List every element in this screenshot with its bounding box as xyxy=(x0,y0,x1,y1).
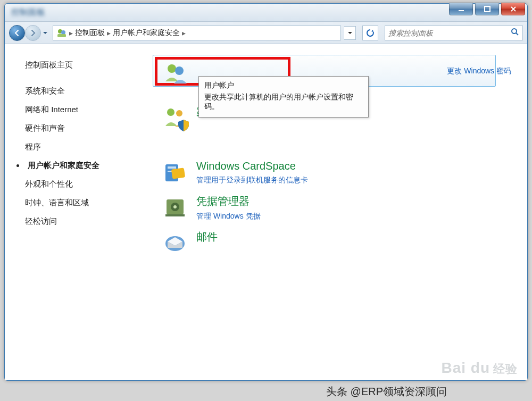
window-controls xyxy=(449,3,525,15)
svg-point-10 xyxy=(176,110,182,116)
watermark-zh: 经验 xyxy=(493,362,518,375)
sidebar-item-ease-of-access[interactable]: 轻松访问 xyxy=(25,212,135,231)
minimize-button[interactable] xyxy=(449,3,473,15)
forward-button[interactable] xyxy=(25,25,41,41)
close-button[interactable] xyxy=(501,3,525,15)
nav-history-dropdown[interactable] xyxy=(41,28,49,38)
category-cardspace[interactable]: Windows CardSpace 管理用于登录到联机服务的信息卡 xyxy=(153,156,517,190)
cardspace-icon xyxy=(162,160,188,186)
svg-rect-12 xyxy=(168,166,176,169)
sidebar-item-programs[interactable]: 程序 xyxy=(25,138,135,156)
category-mail-title[interactable]: 邮件 xyxy=(196,230,218,244)
breadcrumb-bar[interactable]: ▸ 控制面板 ▸ 用户帐户和家庭安全 ▸ xyxy=(53,26,341,40)
breadcrumb-sep: ▸ xyxy=(69,29,73,37)
content-area: 控制面板主页 系统和安全 网络和 Internet 硬件和声音 程序 用户帐户和… xyxy=(5,44,527,380)
watermark: Bai du经验 xyxy=(441,360,518,377)
breadcrumb-sep: ▸ xyxy=(182,29,186,37)
users-icon xyxy=(162,60,188,86)
sidebar-item-user-accounts[interactable]: 用户帐户和家庭安全 xyxy=(16,156,135,175)
titlebar: 控制面板 xyxy=(5,4,527,22)
address-bar: ▸ 控制面板 ▸ 用户帐户和家庭安全 ▸ xyxy=(5,22,527,44)
tooltip-title: 用户帐户 xyxy=(204,81,363,90)
search-icon[interactable] xyxy=(511,28,519,38)
change-windows-password-link[interactable]: 更改 Windows 密码 xyxy=(447,66,511,76)
category-credential-manager[interactable]: 凭据管理器 管理 Windows 凭据 xyxy=(153,190,517,225)
category-mail[interactable]: 邮件 xyxy=(153,225,517,260)
svg-rect-14 xyxy=(171,168,185,179)
svg-point-3 xyxy=(61,30,65,35)
sidebar-item-system-security[interactable]: 系统和安全 xyxy=(25,82,135,101)
svg-point-9 xyxy=(167,108,174,116)
svg-point-5 xyxy=(512,29,517,34)
mail-icon xyxy=(162,230,188,255)
family-icon xyxy=(162,105,188,130)
svg-rect-1 xyxy=(485,6,490,12)
category-credmgr-sub[interactable]: 管理 Windows 凭据 xyxy=(196,212,261,221)
category-cardspace-sub[interactable]: 管理用于登录到联机服务的信息卡 xyxy=(196,176,308,185)
category-cardspace-title[interactable]: Windows CardSpace xyxy=(196,160,308,172)
svg-rect-4 xyxy=(57,34,66,37)
svg-rect-0 xyxy=(459,10,464,11)
sidebar: 控制面板主页 系统和安全 网络和 Internet 硬件和声音 程序 用户帐户和… xyxy=(5,44,142,380)
breadcrumb-user-accounts[interactable]: 用户帐户和家庭安全 xyxy=(113,28,180,38)
category-credmgr-title[interactable]: 凭据管理器 xyxy=(196,194,261,208)
maximize-button[interactable] xyxy=(475,3,499,15)
svg-line-6 xyxy=(516,33,518,35)
sidebar-item-network[interactable]: 网络和 Internet xyxy=(25,101,135,119)
watermark-latin: Bai du xyxy=(441,360,490,376)
tooltip-body: 更改共享此计算机的用户的用户帐户设置和密码。 xyxy=(204,93,363,112)
sidebar-home-link[interactable]: 控制面板主页 xyxy=(25,60,135,70)
nav-buttons xyxy=(9,25,49,41)
tooltip: 用户帐户 更改共享此计算机的用户的用户帐户设置和密码。 xyxy=(198,76,369,118)
window-title-blur: 控制面板 xyxy=(5,4,52,21)
sidebar-item-appearance[interactable]: 外观和个性化 xyxy=(25,175,135,194)
sidebar-nav-list: 系统和安全 网络和 Internet 硬件和声音 程序 用户帐户和家庭安全 外观… xyxy=(25,82,135,231)
search-input[interactable] xyxy=(388,29,511,37)
search-box[interactable] xyxy=(385,26,523,40)
sidebar-item-clock-lang[interactable]: 时钟、语言和区域 xyxy=(25,194,135,212)
svg-point-17 xyxy=(173,205,177,208)
breadcrumb-icon xyxy=(56,28,67,38)
svg-point-8 xyxy=(175,66,184,75)
refresh-button[interactable] xyxy=(362,26,378,40)
svg-point-7 xyxy=(168,64,176,73)
breadcrumb-control-panel[interactable]: 控制面板 xyxy=(75,28,105,38)
breadcrumb-dropdown[interactable] xyxy=(344,26,356,40)
control-panel-window: 控制面板 xyxy=(4,3,528,381)
breadcrumb-sep: ▸ xyxy=(107,29,111,37)
svg-rect-18 xyxy=(165,214,185,216)
footer-caption: 头条 @ERP领域资深顾问 xyxy=(326,385,447,399)
vault-icon xyxy=(162,194,188,220)
sidebar-item-hardware-sound[interactable]: 硬件和声音 xyxy=(25,119,135,138)
back-button[interactable] xyxy=(9,25,25,41)
main-panel: 更改 Windows 密码 用户帐户 家 xyxy=(142,44,527,380)
